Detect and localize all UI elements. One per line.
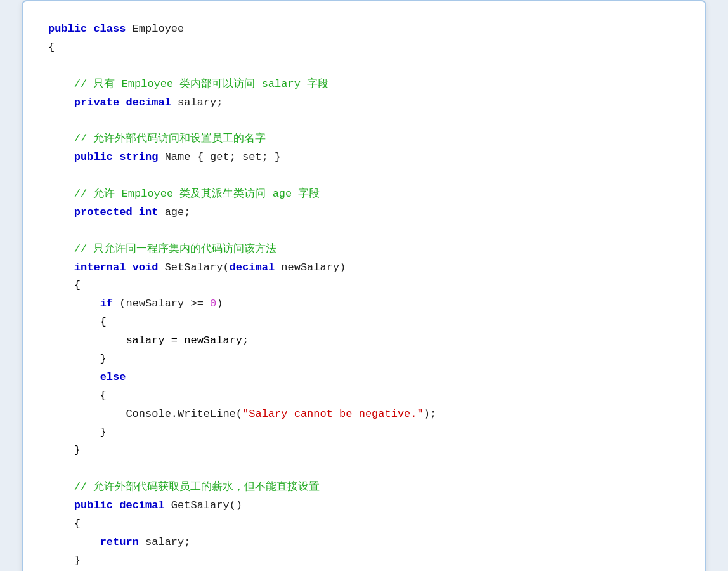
code-line: // 只有 Employee 类内部可以访问 salary 字段 — [48, 75, 680, 94]
plain-token: (newSalary >= — [113, 298, 210, 310]
plain-token: ); — [424, 408, 436, 420]
plain-token: age; — [158, 206, 190, 218]
code-line: else — [48, 369, 680, 387]
code-line: protected int age; — [48, 204, 680, 222]
code-line: ​ — [48, 57, 680, 75]
code-line: } — [48, 442, 680, 460]
code-line: } — [48, 424, 680, 442]
kw-token: internal — [74, 261, 126, 273]
type-token: decimal — [230, 261, 275, 273]
plain-token — [48, 536, 100, 548]
plain-token: salary; — [171, 96, 223, 108]
code-line: { — [48, 515, 680, 534]
kw-token: public class — [48, 23, 126, 35]
code-line: Console.WriteLine("Salary cannot be nega… — [48, 405, 680, 424]
plain-token — [48, 298, 100, 310]
code-line: ​ — [48, 222, 680, 240]
plain-token: Name { get; set; } — [158, 151, 281, 163]
plain-token: SetSalary( — [158, 261, 229, 273]
plain-token: ) — [216, 298, 223, 310]
type-token: decimal — [126, 96, 171, 108]
plain-token — [119, 96, 126, 108]
code-line: // 允许外部代码获取员工的薪水，但不能直接设置 — [48, 478, 680, 497]
code-line: } — [48, 552, 680, 570]
code-line: } — [48, 350, 680, 369]
kw-token: private — [74, 96, 119, 108]
plain-token — [113, 499, 119, 511]
type-token: int — [139, 206, 159, 218]
plain-token — [126, 261, 132, 273]
comment-text: // 只有 Employee 类内部可以访问 salary 字段 — [48, 78, 328, 90]
kw-token: public — [74, 151, 113, 163]
plain-token: Employee — [126, 23, 184, 35]
code-line: private decimal salary; — [48, 94, 680, 112]
code-line: public decimal GetSalary() — [48, 497, 680, 515]
kw-token: public — [74, 499, 113, 511]
kw-token: else — [100, 371, 126, 383]
comment-text: // 只允许同一程序集内的代码访问该方法 — [48, 243, 276, 255]
code-line: ​ — [48, 167, 680, 185]
code-block: public class Employee{​ // 只有 Employee 类… — [48, 20, 680, 571]
type-token: void — [133, 261, 159, 273]
plain-token — [133, 206, 139, 218]
code-line: // 允许外部代码访问和设置员工的名字 — [48, 130, 680, 148]
kw-token: protected — [74, 206, 133, 218]
plain-token — [48, 96, 74, 108]
code-line: ​ — [48, 460, 680, 478]
plain-token — [48, 261, 74, 273]
code-line: public class Employee — [48, 20, 680, 39]
code-line: return salary; — [48, 534, 680, 552]
comment-text: // 允许外部代码获取员工的薪水，但不能直接设置 — [48, 481, 320, 493]
number-token: 0 — [210, 298, 216, 310]
code-line: ​ — [48, 112, 680, 130]
code-line: // 只允许同一程序集内的代码访问该方法 — [48, 240, 680, 259]
code-line: { — [48, 277, 680, 295]
plain-token — [113, 151, 119, 163]
plain-token: Console.WriteLine( — [48, 408, 242, 420]
code-line: if (newSalary >= 0) — [48, 295, 680, 313]
string-token: "Salary cannot be negative." — [242, 408, 424, 420]
code-line: // 允许 Employee 类及其派生类访问 age 字段 — [48, 185, 680, 204]
code-line: public string Name { get; set; } — [48, 148, 680, 167]
code-line: internal void SetSalary(decimal newSalar… — [48, 259, 680, 277]
plain-token: salary; — [139, 536, 191, 548]
type-token: string — [119, 151, 158, 163]
comment-text: // 允许外部代码访问和设置员工的名字 — [48, 133, 266, 145]
type-token: decimal — [119, 499, 164, 511]
code-line: { — [48, 387, 680, 405]
code-line: salary = newSalary; — [48, 332, 680, 350]
plain-token — [48, 371, 100, 383]
code-line: { — [48, 313, 680, 332]
code-container: public class Employee{​ // 只有 Employee 类… — [22, 0, 706, 571]
ret-token: return — [100, 536, 139, 548]
plain-token — [48, 206, 74, 218]
plain-token — [48, 499, 74, 511]
kw-token: if — [100, 298, 113, 310]
comment-text: // 允许 Employee 类及其派生类访问 age 字段 — [48, 188, 320, 200]
plain-token: newSalary) — [275, 261, 346, 273]
plain-token — [48, 151, 74, 163]
code-line: { — [48, 39, 680, 57]
plain-token: GetSalary() — [165, 499, 242, 511]
